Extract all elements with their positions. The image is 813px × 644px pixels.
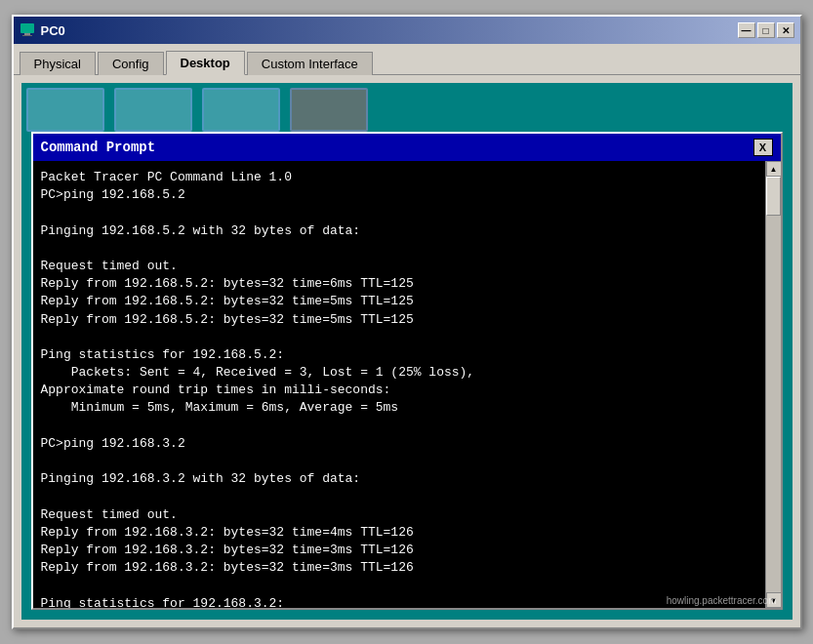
desktop-icon-4[interactable] — [290, 88, 368, 132]
content-area: Command Prompt X Packet Tracer PC Comman… — [14, 74, 800, 627]
title-buttons: — □ ✕ — [738, 22, 794, 38]
cmd-content-row: Packet Tracer PC Command Line 1.0 PC>pin… — [33, 161, 781, 608]
scroll-track[interactable] — [766, 177, 781, 592]
desktop-icon-3[interactable] — [202, 88, 280, 132]
desktop-area: Command Prompt X Packet Tracer PC Comman… — [21, 83, 793, 620]
tab-custom-interface[interactable]: Custom Interface — [247, 52, 373, 75]
scroll-thumb[interactable] — [766, 177, 781, 216]
title-bar: PC0 — □ ✕ — [14, 17, 800, 44]
window-title: PC0 — [41, 23, 65, 38]
main-window: PC0 — □ ✕ Physical Config Desktop Custom… — [12, 15, 802, 629]
tab-desktop[interactable]: Desktop — [166, 51, 245, 75]
scroll-up-arrow[interactable]: ▲ — [766, 161, 781, 177]
tabs-bar: Physical Config Desktop Custom Interface — [14, 44, 800, 74]
scrollbar[interactable]: ▲ ▼ — [765, 161, 781, 608]
cmd-close-button[interactable]: X — [753, 139, 773, 156]
cmd-body[interactable]: Packet Tracer PC Command Line 1.0 PC>pin… — [33, 161, 765, 608]
tab-config[interactable]: Config — [98, 52, 164, 75]
cmd-window: Command Prompt X Packet Tracer PC Comman… — [31, 132, 783, 610]
watermark: howling.packettracer.com — [667, 595, 777, 606]
computer-icon — [20, 22, 35, 38]
close-button[interactable]: ✕ — [777, 22, 794, 38]
maximize-button[interactable]: □ — [757, 22, 775, 38]
cmd-output: Packet Tracer PC Command Line 1.0 PC>pin… — [41, 169, 757, 608]
cmd-title: Command Prompt — [41, 140, 156, 155]
svg-rect-2 — [22, 35, 32, 36]
cmd-title-bar: Command Prompt X — [33, 134, 781, 161]
tab-physical[interactable]: Physical — [20, 52, 96, 75]
desktop-icon-1[interactable] — [26, 88, 104, 132]
desktop-top-icons — [21, 83, 793, 137]
svg-rect-0 — [20, 23, 34, 33]
minimize-button[interactable]: — — [738, 22, 755, 38]
svg-rect-1 — [24, 33, 30, 35]
title-bar-left: PC0 — [20, 22, 65, 38]
desktop-icon-2[interactable] — [114, 88, 192, 132]
